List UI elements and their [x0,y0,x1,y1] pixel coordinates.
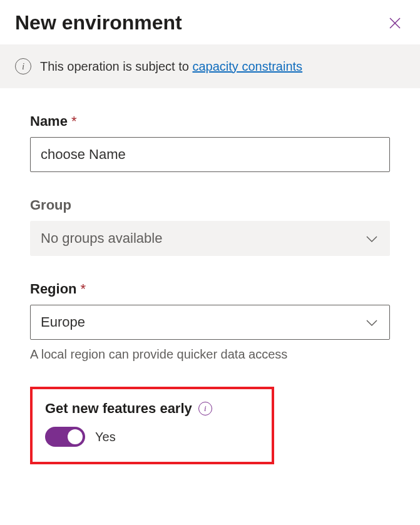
name-input[interactable] [30,137,390,172]
info-icon: i [15,58,31,74]
features-toggle-row: Yes [45,427,259,447]
field-group: Group No groups available [30,197,390,256]
group-select: No groups available [30,221,390,256]
form: Name* Group No groups available Region* … [0,88,420,477]
panel-title: New environment [15,11,182,34]
name-label: Name* [30,113,390,130]
group-placeholder: No groups available [41,230,162,247]
info-icon[interactable]: i [198,402,212,415]
features-toggle[interactable] [45,427,85,447]
region-select[interactable]: Europe [30,305,390,340]
highlight-box: Get new features early i Yes [30,387,274,464]
field-name: Name* [30,113,390,172]
region-label: Region* [30,281,390,297]
region-helper-text: A local region can provide quicker data … [30,347,390,362]
features-label: Get new features early [45,400,192,417]
required-indicator: * [81,281,86,297]
notice-text: This operation is subject to capacity co… [40,59,302,74]
capacity-constraints-link[interactable]: capacity constraints [192,59,302,73]
group-label: Group [30,197,390,213]
field-region: Region* Europe A local region can provid… [30,281,390,362]
features-toggle-value: Yes [95,430,116,444]
chevron-down-icon [366,230,378,247]
close-button[interactable] [385,13,405,33]
toggle-thumb [68,429,83,444]
features-label-row: Get new features early i [45,400,259,417]
panel-header: New environment [0,0,420,44]
close-icon [387,16,402,31]
notice-bar: i This operation is subject to capacity … [0,44,420,88]
chevron-down-icon [366,314,378,330]
required-indicator: * [71,113,77,129]
region-value: Europe [41,314,85,330]
